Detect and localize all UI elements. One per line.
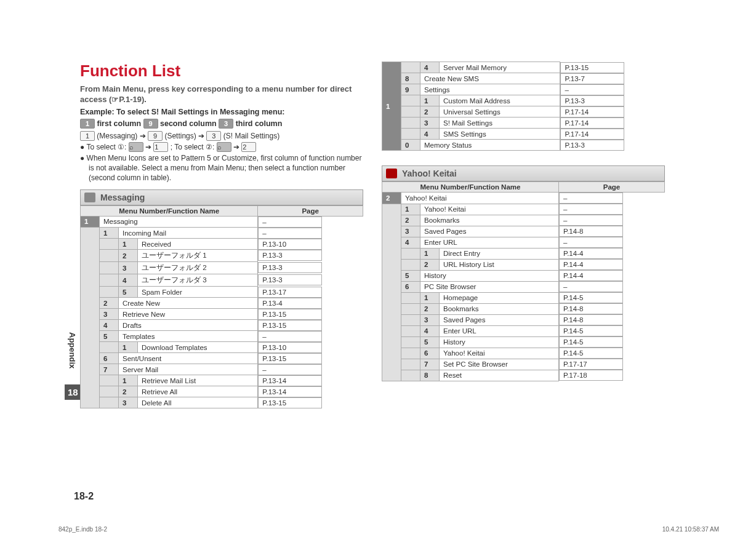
th-page: Page (558, 182, 664, 193)
table-row: 2Bookmarks– (382, 215, 665, 226)
table-row: 5HistoryP.14-4 (382, 270, 665, 281)
messaging-icon (84, 193, 95, 202)
table-row: 4SMS SettingsP.17-14 (382, 129, 665, 140)
table-row: 1 Messaging – (81, 216, 363, 228)
key-1: 1 (80, 119, 95, 129)
table-row: 2BookmarksP.14-8 (382, 303, 665, 314)
key-seq-1: 1 (80, 131, 95, 141)
table-row: 2ユーザーフォルダ 1P.13-3 (81, 250, 363, 262)
table-row: 3Retrieve NewP.13-15 (81, 309, 363, 320)
search-icon: ⌕ (129, 142, 143, 152)
th-page: Page (258, 205, 363, 216)
table-row: 6Yahoo! KeitaiP.14-5 (382, 348, 665, 359)
section-yahoo-header: Yahoo! Keitai (382, 165, 665, 181)
table-row: 14Server Mail MemoryP.13-15 (382, 62, 665, 73)
page-content: Function List From Main Menu, press key … (0, 0, 756, 433)
example-columns: 1 first column 9 second column 3 third c… (80, 119, 363, 129)
table-row: 6Sent/UnsentP.13-15 (81, 353, 363, 364)
table-row: 7Set PC Site BrowserP.17-17 (382, 359, 665, 370)
table-row: 8Create New SMSP.13-7 (382, 73, 665, 84)
table-row: 9Settings– (382, 84, 665, 95)
table-row: 5Templates– (81, 331, 363, 342)
page-title: Function List (80, 62, 363, 81)
table-row: 3Saved PagesP.14-8 (382, 226, 665, 237)
table-row: 0Memory StatusP.13-3 (382, 140, 665, 151)
key-b1-1: 1 (153, 142, 168, 152)
table-row: 2URL History ListP.14-4 (382, 259, 665, 270)
table-row: 5HistoryP.14-5 (382, 336, 665, 348)
table-row: 1Incoming Mail– (81, 228, 363, 239)
table-row: 3Saved PagesP.14-8 (382, 314, 665, 325)
search-icon: ⌕ (217, 142, 231, 152)
example-heading: Example: To select S! Mail Settings in M… (80, 108, 363, 116)
th-name: Menu Number/Function Name (382, 182, 559, 193)
print-left: 842p_E.indb 18-2 (58, 526, 107, 533)
table-row: 1ReceivedP.13-10 (81, 239, 363, 250)
table-row: 1Yahoo! Keitai– (382, 204, 665, 215)
table-row: 7Server Mail– (81, 364, 363, 375)
table-row: 1HomepageP.14-5 (382, 292, 665, 303)
print-marks: 842p_E.indb 18-2 10.4.21 10:58:37 AM (58, 526, 719, 533)
table-row: 1Download TemplatesP.13-10 (81, 342, 363, 353)
table-row: 2Retrieve AllP.13-14 (81, 386, 363, 397)
th-name: Menu Number/Function Name (81, 205, 258, 216)
bullet-2: ● When Menu Icons are set to Pattern 5 o… (80, 153, 363, 183)
yahoo-table: Menu Number/Function NamePage 2 Yahoo! K… (382, 181, 665, 381)
table-row: 5Spam FolderP.13-17 (81, 287, 363, 298)
key-seq-3: 3 (206, 131, 221, 141)
table-row: 2Create NewP.13-4 (81, 298, 363, 309)
left-column: Function List From Main Menu, press key … (80, 62, 363, 408)
print-right: 10.4.21 10:58:37 AM (662, 526, 719, 533)
table-row: 6PC Site Browser– (382, 281, 665, 292)
table-row: 3S! Mail SettingsP.17-14 (382, 117, 665, 129)
key-3: 3 (219, 119, 233, 129)
section-messaging-header: Messaging (80, 189, 363, 205)
table-row: 1Custom Mail AddressP.13-3 (382, 95, 665, 106)
table-row: 4DraftsP.13-15 (81, 320, 363, 331)
example-sequence: 1 (Messaging) ➔ 9 (Settings) ➔ 3 (S! Mai… (80, 131, 363, 141)
key-b1-2: 2 (241, 142, 256, 152)
messaging-table-cont: 14Server Mail MemoryP.13-158Create New S… (382, 62, 665, 151)
intro-text: From Main Menu, press key corresponding … (80, 84, 363, 105)
table-row: 4Enter URLP.14-5 (382, 325, 665, 336)
table-row: 8ResetP.17-18 (382, 370, 665, 381)
table-row: 1Retrieve Mail ListP.13-14 (81, 375, 363, 386)
page-number: 18-2 (74, 491, 94, 502)
key-9: 9 (143, 119, 158, 129)
table-row: 4ユーザーフォルダ 3P.13-3 (81, 274, 363, 287)
table-row: 2Universal SettingsP.17-14 (382, 106, 665, 117)
table-row: 4Enter URL– (382, 237, 665, 248)
table-row: 1Direct EntryP.14-4 (382, 248, 665, 259)
table-row: 3Delete AllP.13-15 (81, 397, 363, 408)
table-row: 2 Yahoo! Keitai – (382, 193, 665, 204)
right-column: 14Server Mail MemoryP.13-158Create New S… (382, 62, 665, 408)
bullet-1: ● To select ①: ⌕ ➔ 1 ; To select ②: ⌕ ➔ … (80, 142, 363, 152)
yahoo-icon (386, 169, 397, 178)
messaging-table: Menu Number/Function NamePage 1 Messagin… (80, 205, 363, 409)
key-seq-9: 9 (148, 131, 163, 141)
table-row: 3ユーザーフォルダ 2P.13-3 (81, 262, 363, 274)
